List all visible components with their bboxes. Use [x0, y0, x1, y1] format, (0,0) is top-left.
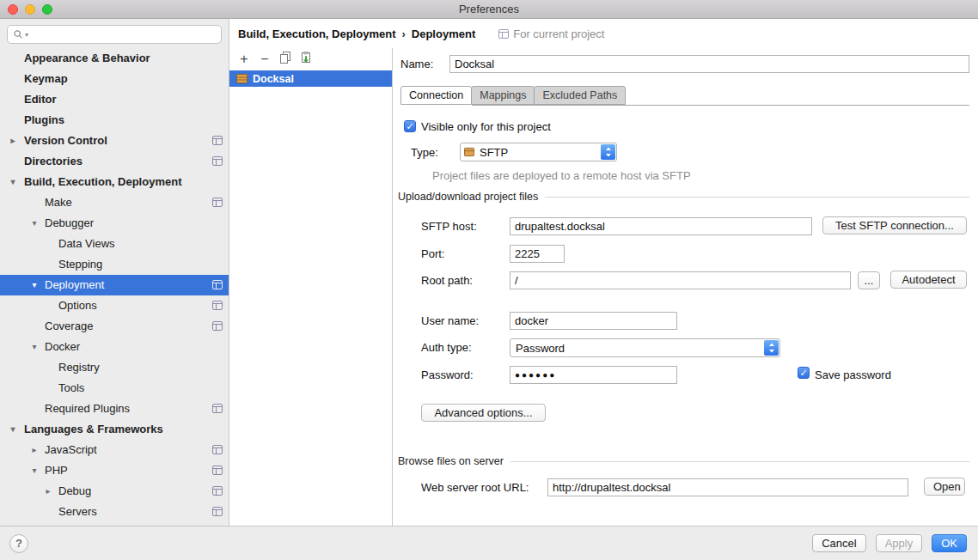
- tree-toggle-icon[interactable]: ▸: [29, 440, 40, 460]
- save-password-checkbox[interactable]: ✓: [798, 367, 810, 379]
- remove-server-button[interactable]: −: [255, 51, 274, 68]
- settings-search-box[interactable]: ▾: [7, 25, 222, 44]
- sidebar-tree-item[interactable]: Data Views: [0, 234, 229, 254]
- type-select[interactable]: SFTP: [460, 143, 617, 161]
- tree-item-label: Debug: [58, 484, 91, 497]
- password-label: Password:: [421, 369, 474, 381]
- ok-button[interactable]: OK: [932, 534, 967, 552]
- port-input[interactable]: [510, 245, 565, 263]
- root-path-input[interactable]: [510, 271, 851, 289]
- content-header: Build, Execution, Deployment › Deploymen…: [229, 19, 978, 48]
- settings-sidebar: ▾ Appearance & Behavior Keymap Editor Pl…: [0, 19, 229, 526]
- tab-mappings[interactable]: Mappings: [471, 86, 535, 105]
- sidebar-tree-item[interactable]: Make: [0, 192, 229, 213]
- sidebar-tree-item[interactable]: ▾ Languages & Frameworks: [0, 419, 229, 440]
- user-name-label: User name:: [421, 315, 479, 327]
- sidebar-tree-item[interactable]: Required Plugins: [0, 399, 229, 419]
- sidebar-tree-item[interactable]: Options: [0, 295, 229, 316]
- sidebar-tree-item[interactable]: Appearance & Behavior: [0, 48, 229, 69]
- auth-type-label: Auth type:: [421, 342, 472, 354]
- sidebar-tree-item[interactable]: Servers: [0, 502, 229, 522]
- sidebar-tree-item[interactable]: ▾ Docker: [0, 337, 229, 357]
- sidebar-tree-item[interactable]: ▸ JavaScript: [0, 440, 229, 460]
- breadcrumb-current: Deployment: [412, 27, 475, 40]
- tree-item-label: Required Plugins: [45, 402, 130, 415]
- visible-project-checkbox[interactable]: ✓: [404, 120, 416, 132]
- open-button[interactable]: Open: [924, 478, 965, 496]
- tree-item-label: Appearance & Behavior: [24, 52, 150, 64]
- section-rule: [510, 461, 969, 462]
- autodetect-button[interactable]: Autodetect: [890, 271, 967, 289]
- auth-type-select[interactable]: Password: [510, 338, 780, 357]
- tab-excluded-paths[interactable]: Excluded Paths: [534, 86, 626, 105]
- project-scope-label: For current project: [513, 27, 604, 40]
- project-scope-icon: [212, 156, 223, 166]
- copy-server-button[interactable]: [276, 51, 295, 68]
- tree-toggle-icon[interactable]: ▾: [29, 460, 40, 481]
- tree-item-label: Plugins: [24, 113, 64, 126]
- apply-button[interactable]: Apply: [876, 534, 923, 552]
- web-root-input[interactable]: [547, 478, 908, 496]
- breadcrumb-parent[interactable]: Build, Execution, Deployment: [238, 27, 395, 40]
- tree-item-label: JavaScript: [45, 443, 97, 456]
- sftp-host-input[interactable]: [510, 217, 812, 235]
- section-rule: [545, 197, 969, 198]
- tab-connection[interactable]: Connection: [400, 86, 472, 105]
- sidebar-tree-item[interactable]: ▸ Debug: [0, 481, 229, 502]
- help-button[interactable]: ?: [9, 534, 28, 553]
- close-button[interactable]: [8, 4, 18, 15]
- visible-project-label: Visible only for this project: [421, 121, 551, 133]
- sidebar-tree-item[interactable]: ▾ Build, Execution, Deployment: [0, 172, 229, 192]
- project-scope-icon: [498, 29, 509, 39]
- tree-toggle-icon[interactable]: ▾: [8, 172, 18, 192]
- tree-toggle-icon[interactable]: ▾: [29, 213, 40, 234]
- sidebar-tree-item[interactable]: Registry: [0, 357, 229, 378]
- tree-item-label: Docker: [45, 340, 80, 353]
- minimize-button[interactable]: [25, 4, 35, 15]
- tree-item-label: Deployment: [45, 278, 104, 291]
- sidebar-tree-item[interactable]: Editor: [0, 89, 229, 110]
- sidebar-tree-item[interactable]: ▸ Version Control: [0, 131, 229, 151]
- advanced-options-button[interactable]: Advanced options...: [421, 404, 546, 422]
- tree-toggle-icon[interactable]: ▸: [8, 131, 18, 151]
- search-options-chevron-icon[interactable]: ▾: [25, 31, 28, 39]
- name-input[interactable]: [449, 55, 969, 73]
- tree-item-label: Coverage: [45, 320, 93, 332]
- cancel-button[interactable]: Cancel: [812, 534, 865, 552]
- zoom-button[interactable]: [42, 4, 52, 15]
- sidebar-tree-item[interactable]: ▾ Debugger: [0, 213, 229, 234]
- project-scope-icon: [212, 280, 223, 289]
- sidebar-tree-item[interactable]: Plugins: [0, 110, 229, 131]
- sidebar-tree-item[interactable]: Tools: [0, 378, 229, 399]
- sidebar-tree-item[interactable]: Directories: [0, 151, 229, 172]
- paste-server-button[interactable]: [296, 51, 315, 68]
- tree-toggle-icon[interactable]: ▾: [8, 419, 18, 440]
- type-select-stepper-icon: [601, 144, 615, 160]
- project-scope-icon: [212, 136, 223, 145]
- project-scope-icon: [212, 466, 223, 475]
- password-input[interactable]: [510, 366, 677, 384]
- tree-toggle-icon[interactable]: ▸: [43, 481, 53, 502]
- tree-toggle-icon[interactable]: ▾: [29, 275, 40, 295]
- server-panel: + − Docksal: [229, 48, 393, 526]
- sidebar-tree-item[interactable]: Coverage: [0, 316, 229, 337]
- sidebar-tree-item[interactable]: ▾ PHP: [0, 460, 229, 481]
- project-scope-icon: [212, 301, 223, 310]
- tree-item-label: Debugger: [45, 216, 94, 229]
- settings-tabs: ConnectionMappingsExcluded Paths: [400, 86, 625, 105]
- add-server-button[interactable]: +: [235, 51, 254, 68]
- auth-type-value: Password: [516, 342, 565, 355]
- sidebar-tree-item[interactable]: Keymap: [0, 69, 229, 89]
- tab-pane-border: [400, 105, 969, 106]
- user-name-input[interactable]: [510, 312, 677, 330]
- test-sftp-connection-button[interactable]: Test SFTP connection...: [822, 216, 967, 234]
- tree-toggle-icon[interactable]: ▾: [29, 337, 40, 357]
- tree-item-label: Options: [58, 299, 97, 312]
- web-root-label: Web server root URL:: [421, 482, 529, 494]
- sidebar-tree-item[interactable]: ▾ Deployment: [0, 275, 229, 295]
- name-label: Name:: [400, 58, 433, 70]
- server-list-item[interactable]: Docksal: [229, 70, 392, 87]
- search-input[interactable]: [33, 28, 216, 40]
- browse-root-path-button[interactable]: ...: [858, 271, 880, 289]
- sidebar-tree-item[interactable]: Stepping: [0, 254, 229, 275]
